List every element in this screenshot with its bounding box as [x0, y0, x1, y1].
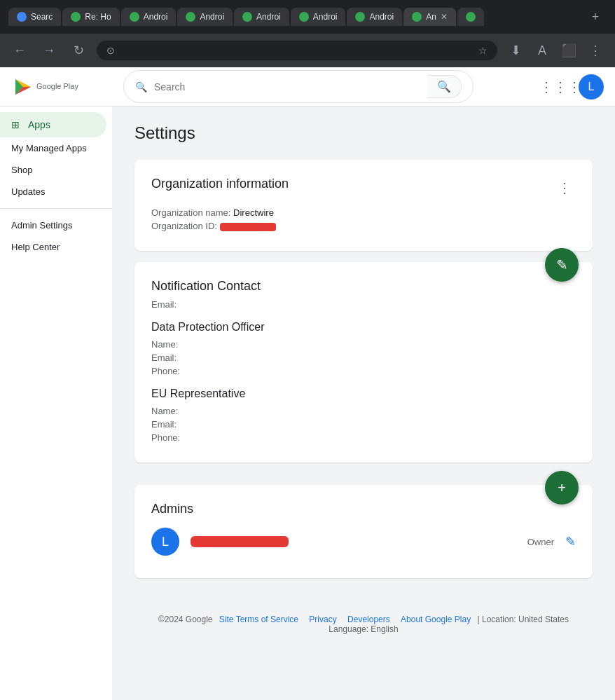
tab-android-active[interactable]: An ✕: [403, 8, 456, 26]
admin-edit-button[interactable]: ✎: [565, 534, 576, 549]
sidebar-item-my-managed-apps[interactable]: My Managed Apps: [0, 137, 112, 159]
notification-email-row: Email:: [151, 299, 576, 310]
search-input[interactable]: [154, 81, 420, 92]
sidebar-item-updates[interactable]: Updates: [0, 181, 112, 203]
admins-card: Admins L Owner ✎: [134, 485, 593, 578]
browser-chrome: Searc Re: Ho Androi Androi Androi Androi…: [0, 0, 615, 34]
tab-icon: [242, 12, 252, 22]
admin-row: L Owner ✎: [151, 522, 576, 561]
browser-toolbar: ← → ↻ ⊙ play.google.com/work/adminsettin…: [0, 34, 615, 67]
sidebar-item-shop[interactable]: Shop: [0, 159, 112, 181]
extensions-icon[interactable]: ⬛: [558, 39, 580, 62]
back-button[interactable]: ←: [8, 39, 31, 62]
footer-privacy-link[interactable]: Privacy: [309, 615, 336, 624]
star-icon[interactable]: ☆: [478, 45, 488, 56]
tab-icon: [71, 12, 81, 22]
admin-role: Owner: [527, 537, 554, 547]
tab-label: Androi: [369, 12, 394, 22]
tab-icon: [186, 12, 195, 22]
footer-terms-link[interactable]: Site Terms of Service: [219, 615, 298, 624]
header-search-area: 🔍 🔍: [123, 70, 537, 103]
footer: ©2024 Google Site Terms of Service Priva…: [134, 601, 593, 648]
shop-label: Shop: [11, 165, 32, 175]
footer-about-link[interactable]: About Google Play: [401, 615, 471, 624]
tab-label: Androi: [200, 12, 224, 22]
search-box: 🔍 🔍: [123, 70, 474, 103]
updates-label: Updates: [11, 186, 45, 197]
new-tab-button[interactable]: +: [584, 6, 607, 28]
tab-icon: [130, 12, 139, 22]
dpo-name-row: Name:: [151, 339, 576, 350]
tab-android2[interactable]: Androi: [177, 8, 233, 26]
org-name-value: Directwire: [233, 207, 274, 218]
tab-label: An: [426, 12, 436, 22]
search-icon: 🔍: [135, 81, 147, 92]
org-card-title: Organization information: [151, 177, 289, 191]
user-avatar-button[interactable]: L: [579, 74, 604, 99]
logo-google: Google Play: [36, 81, 78, 91]
sidebar-item-help-center[interactable]: Help Center: [0, 236, 112, 258]
sidebar-item-apps[interactable]: ⊞ Apps: [0, 112, 106, 137]
footer-location: | Location: United States: [478, 615, 569, 624]
pencil-icon: ✎: [565, 535, 576, 549]
my-managed-apps-label: My Managed Apps: [11, 143, 87, 153]
add-icon: +: [558, 480, 566, 496]
org-info-card: Organization information ⋮ Organization …: [134, 160, 593, 251]
eu-email-row: Email:: [151, 419, 576, 430]
reload-button[interactable]: ↻: [67, 39, 90, 62]
edit-fab-button[interactable]: ✎: [545, 248, 579, 282]
tab-icon: [17, 12, 27, 22]
download-icon[interactable]: ⬇: [504, 39, 527, 62]
org-card-menu-button[interactable]: ⋮: [553, 177, 576, 199]
notification-card-title: Notification Contact: [151, 279, 576, 294]
tab-reho[interactable]: Re: Ho: [62, 8, 119, 26]
forward-button[interactable]: →: [38, 39, 60, 62]
sidebar-item-admin-settings[interactable]: Admin Settings: [0, 214, 112, 236]
app-header: Google Play 🔍 🔍 ⋮⋮⋮ L: [0, 67, 615, 107]
search-button[interactable]: 🔍: [427, 75, 462, 98]
translate-icon[interactable]: A: [531, 39, 553, 62]
tab-label: Re: Ho: [85, 12, 111, 22]
tab-label: Androi: [144, 12, 168, 22]
google-play-logo-icon: [11, 76, 34, 98]
admin-settings-label: Admin Settings: [11, 220, 72, 231]
tab-label: Searc: [31, 12, 53, 22]
tab-android4[interactable]: Androi: [291, 8, 346, 26]
tab-android1[interactable]: Androi: [121, 8, 177, 26]
admin-name-redacted: [191, 536, 289, 547]
admins-card-title: Admins: [151, 502, 576, 516]
apps-icon: ⊞: [11, 119, 20, 130]
header-logo-area: Google Play: [11, 76, 123, 98]
org-id-redacted: [220, 223, 276, 231]
eu-phone-row: Phone:: [151, 432, 576, 443]
footer-language: Language: English: [329, 624, 398, 634]
org-id-label: Organization ID:: [151, 221, 217, 231]
tab-icon: [466, 12, 476, 22]
security-icon: ⊙: [106, 45, 115, 56]
notification-card: Notification Contact Email: Data Protect…: [134, 262, 593, 462]
eu-email-label: Email:: [151, 419, 177, 430]
more-menu-button[interactable]: ⋮: [584, 39, 607, 62]
tab-search[interactable]: Searc: [8, 8, 61, 26]
org-name-row: Organization name: Directwire: [151, 207, 576, 218]
notification-email-label: Email:: [151, 299, 177, 310]
org-name-label: Organization name:: [151, 207, 230, 218]
notification-card-wrapper: ✎ Notification Contact Email: Data Prote…: [134, 262, 593, 462]
grid-menu-button[interactable]: ⋮⋮⋮: [548, 74, 573, 99]
tab-android3[interactable]: Androi: [234, 8, 289, 26]
address-bar: ⊙ play.google.com/work/adminsettings ☆: [97, 41, 497, 60]
dpo-title: Data Protection Officer: [151, 321, 576, 334]
tab-icon: [355, 12, 365, 22]
footer-developers-link[interactable]: Developers: [347, 615, 390, 624]
browser-tabs: Searc Re: Ho Androi Androi Androi Androi…: [8, 8, 580, 26]
tab-icon: [412, 12, 422, 22]
tab-play[interactable]: [457, 8, 484, 26]
dpo-phone-label: Phone:: [151, 366, 180, 376]
tab-android5[interactable]: Androi: [347, 8, 402, 26]
close-icon[interactable]: ✕: [441, 12, 448, 22]
org-id-row: Organization ID:: [151, 221, 576, 231]
footer-copyright: ©2024 Google: [158, 615, 213, 624]
url-input[interactable]: play.google.com/work/adminsettings: [120, 45, 473, 56]
org-card-header: Organization information ⋮: [151, 177, 576, 199]
add-admin-fab-button[interactable]: +: [545, 471, 579, 505]
